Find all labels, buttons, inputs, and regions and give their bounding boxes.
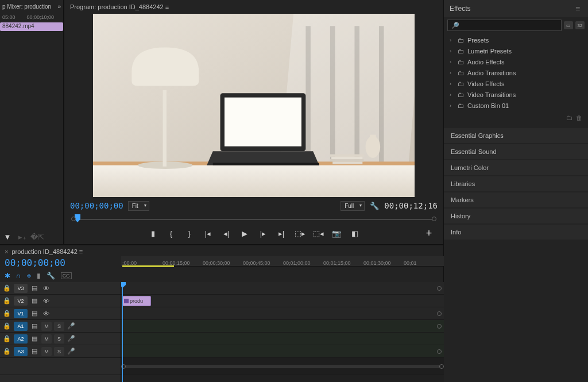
close-sequence-icon[interactable]: × [5,248,8,255]
sync-lock-icon[interactable]: ▤ [30,348,39,355]
sync-lock-icon[interactable]: ▤ [30,322,39,330]
folder-icon: 🗀 [458,59,464,65]
sync-lock-icon[interactable]: ▤ [30,310,39,317]
chevron-right-icon[interactable]: » [57,3,61,10]
effects-search-input[interactable] [447,20,562,31]
panel-menu-icon[interactable] [575,4,582,13]
new-bin-icon[interactable]: 🗀 [566,114,572,121]
svg-rect-4 [354,26,359,172]
track-label-v3[interactable]: V3 [14,284,28,293]
panel-list: Essential Graphics Essential Sound Lumet… [444,128,588,241]
effects-tree-item[interactable]: ›🗀Video Effects [444,78,588,89]
lock-icon[interactable]: 🔒 [2,310,11,317]
mic-icon[interactable]: 🎤 [67,322,76,330]
lock-icon[interactable]: 🔒 [2,348,11,355]
effects-tree-item[interactable]: ›🗀Custom Bin 01 [444,100,588,111]
video-clip[interactable]: produ [122,296,151,306]
timeline-scrollbar[interactable] [125,365,440,368]
cc-icon[interactable]: CC [61,272,72,279]
panel-history[interactable]: History [444,209,588,223]
extract-icon[interactable]: ⬚◂ [313,228,323,238]
zoom-fit-select[interactable]: Fit [128,201,149,211]
lock-icon[interactable]: 🔒 [2,297,11,304]
play-icon[interactable]: ▶ [239,228,250,238]
chevron-right-icon: › [450,103,454,109]
panel-markers[interactable]: Markers [444,192,588,207]
comparison-icon[interactable]: ◧ [350,228,360,238]
filter-icon[interactable]: ▼ [2,231,13,242]
effects-tree-item[interactable]: ›🗀Video Transitions [444,89,588,100]
mic-icon[interactable]: 🎤 [67,335,76,342]
svg-rect-11 [225,98,301,146]
effects-tree-item[interactable]: ›🗀Audio Transitions [444,67,588,78]
program-title: Program: production ID_4884242 ≡ [68,0,440,14]
wrench-tool-icon[interactable]: 🔧 [47,272,55,280]
bracket-in-icon[interactable]: { [166,228,176,238]
timeline-timecode[interactable]: 00;00;00;00 [0,256,121,269]
track-label-a3[interactable]: A3 [14,347,28,356]
mark-in-icon[interactable]: ▮ [148,228,158,238]
delete-icon[interactable]: 🗑 [576,114,582,121]
linked-selection-icon[interactable]: ⎆ [27,272,31,280]
playhead[interactable] [122,282,123,382]
bracket-out-icon[interactable]: } [184,228,195,238]
find-icon[interactable]: �⇱ [32,231,42,242]
eye-icon[interactable]: 👁 [41,285,51,292]
fx-badge-32[interactable]: 32 [575,21,585,29]
mute-button[interactable]: M [41,334,52,344]
export-frame-icon[interactable]: 📷 [331,228,342,238]
panel-libraries[interactable]: Libraries [444,176,588,191]
panel-essential-sound[interactable]: Essential Sound [444,144,588,159]
program-monitor[interactable] [93,14,415,197]
panel-info[interactable]: Info [444,225,588,240]
lock-icon[interactable]: 🔒 [2,284,11,292]
sequence-name[interactable]: production ID_4884242 ≡ [11,248,83,255]
eye-icon[interactable]: 👁 [41,298,51,304]
eye-icon[interactable]: 👁 [41,310,51,317]
effects-tree-item[interactable]: ›🗀Presets [444,34,588,45]
track-label-v1[interactable]: V1 [14,309,28,318]
chevron-right-icon: › [450,70,454,76]
marker-tool-icon[interactable]: ▮ [37,272,41,280]
mic-icon[interactable]: 🎤 [67,348,76,355]
mute-button[interactable]: M [41,347,52,356]
lock-icon[interactable]: 🔒 [2,335,11,342]
mute-button[interactable]: M [41,322,52,331]
wrench-icon[interactable]: 🔧 [369,200,380,211]
effects-tree-item[interactable]: ›🗀Lumetri Presets [444,45,588,56]
work-area-bar[interactable] [122,265,174,267]
solo-button[interactable]: S [54,322,64,331]
svg-rect-12 [213,163,319,165]
mixer-clip[interactable]: 884242.mp4 [0,22,63,31]
track-label-a2[interactable]: A2 [14,334,28,344]
sync-lock-icon[interactable]: ▤ [30,297,39,304]
step-back-icon[interactable]: ◂| [221,228,231,238]
sync-lock-icon[interactable]: ▤ [30,335,39,342]
fx-badge-accel[interactable]: ▭ [564,21,573,29]
step-forward-icon[interactable]: |▸ [258,228,268,238]
timeline-ruler[interactable]: ;00;0000;00;15;00 00;00;30;0000;00;45;00… [121,256,444,267]
sync-lock-icon[interactable]: ▤ [30,284,39,292]
new-item-icon[interactable]: ▸₊ [17,231,28,242]
track-label-a1[interactable]: A1 [14,322,28,331]
track-content[interactable]: produ [121,282,444,382]
solo-button[interactable]: S [54,334,64,344]
panel-essential-graphics[interactable]: Essential Graphics [444,128,588,143]
go-to-out-icon[interactable]: ▸| [276,228,287,238]
folder-icon: 🗀 [458,80,464,87]
snap-icon[interactable]: ✱ [5,272,10,280]
magnet-icon[interactable]: ∩ [16,272,21,280]
lock-icon[interactable]: 🔒 [2,322,11,330]
panel-lumetri-color[interactable]: Lumetri Color [444,160,588,175]
solo-button[interactable]: S [54,347,64,356]
folder-icon: 🗀 [458,102,464,109]
effects-header[interactable]: Effects [450,5,470,13]
add-button-icon[interactable]: + [424,228,434,238]
lift-icon[interactable]: ⬚▸ [295,228,305,238]
go-to-in-icon[interactable]: |◂ [203,228,213,238]
program-timecode-in[interactable]: 00;00;00;00 [70,201,123,210]
resolution-select[interactable]: Full [341,201,365,211]
effects-tree-item[interactable]: ›🗀Audio Effects [444,56,588,67]
program-scrubber[interactable] [70,214,438,225]
track-label-v2[interactable]: V2 [14,296,28,306]
